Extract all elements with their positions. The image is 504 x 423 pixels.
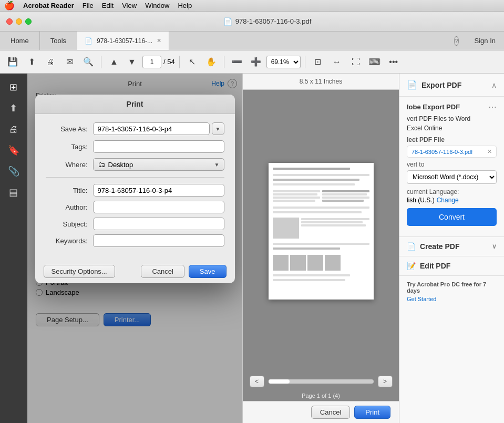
subject-row: Subject: xyxy=(46,218,224,230)
sidebar-upload-icon[interactable]: ⬆ xyxy=(4,99,23,118)
format-select[interactable]: Microsoft Word (*.docx) xyxy=(407,170,497,184)
fit-page-button[interactable]: ⊡ xyxy=(310,54,326,70)
separator-3 xyxy=(224,56,224,68)
tab-close-icon[interactable]: ✕ xyxy=(157,37,161,44)
prev-preview-button[interactable]: < xyxy=(250,376,264,387)
edit-pdf-label: Edit PDF xyxy=(420,262,450,270)
full-screen-button[interactable]: ⛶ xyxy=(347,54,364,70)
tags-row: Tags: xyxy=(46,140,224,153)
promo-title: Try Acrobat Pro DC free for 7 days xyxy=(407,281,497,294)
sidebar-layers-icon[interactable]: ▤ xyxy=(4,183,23,202)
zoom-in-button[interactable]: ➕ xyxy=(248,54,264,70)
preview-progress-bar xyxy=(269,379,374,384)
save-as-dropdown[interactable]: ▼ xyxy=(212,122,224,135)
menu-help[interactable]: Help xyxy=(178,2,192,9)
sidebar-bookmark-icon[interactable]: 🔖 xyxy=(4,141,23,160)
sidebar-home-icon[interactable]: ⊞ xyxy=(4,78,23,97)
prev-page-button[interactable]: ▲ xyxy=(106,54,122,70)
page-number-input[interactable] xyxy=(142,56,161,68)
close-button[interactable] xyxy=(6,18,13,25)
convert-to-label: vert to xyxy=(407,161,497,168)
search-button[interactable]: 🔍 xyxy=(80,54,97,70)
titlebar: 📄 978-1-63057-116-0-3.pdf xyxy=(0,12,504,32)
separator-2 xyxy=(179,56,180,68)
print-confirm-button[interactable]: Print xyxy=(354,406,390,419)
sidebar-attach-icon[interactable]: 📎 xyxy=(4,162,23,181)
save-button-dialog[interactable]: Save xyxy=(189,265,227,278)
preview-content xyxy=(243,90,399,373)
excel-label: Excel Online xyxy=(407,125,442,132)
change-link[interactable]: Change xyxy=(437,197,459,204)
language-value: lish (U.S.) xyxy=(407,197,435,204)
upload-button[interactable]: ⬆ xyxy=(23,54,40,70)
cursor-tool[interactable]: ↖ xyxy=(184,54,201,70)
keyboard-button[interactable]: ⌨ xyxy=(366,54,383,70)
adobe-export-options-icon[interactable]: ⋯ xyxy=(488,102,497,112)
where-row: Where: 🗂 Desktop ▼ xyxy=(46,158,224,171)
window-title: 978-1-63057-116-0-3.pdf xyxy=(235,17,312,25)
security-options-button[interactable]: Security Options... xyxy=(44,265,115,278)
convert-button[interactable]: Convert xyxy=(407,208,497,226)
create-pdf-header[interactable]: 📄 Create PDF ∨ xyxy=(407,242,497,251)
tab-file-icon: 📄 xyxy=(85,37,92,45)
collapse-icon[interactable]: ∧ xyxy=(491,81,497,89)
title-label: Title: xyxy=(46,187,88,194)
edit-pdf-section: 📝 Edit PDF xyxy=(399,256,504,276)
get-started-link[interactable]: Get Started xyxy=(407,296,436,302)
export-pdf-icon: 📄 xyxy=(407,80,417,90)
print-cancel-button[interactable]: Cancel xyxy=(311,406,350,419)
title-input[interactable] xyxy=(93,184,224,197)
next-page-button[interactable]: ▼ xyxy=(124,54,140,70)
subject-input[interactable] xyxy=(93,218,224,230)
where-select[interactable]: 🗂 Desktop ▼ xyxy=(93,158,224,171)
zoom-controls: 69.1% 50% 75% 100% 125% xyxy=(266,56,301,68)
export-pdf-title: 📄 Export PDF xyxy=(407,80,461,90)
title-row: Title: xyxy=(46,184,224,197)
save-as-wrap: ▼ xyxy=(93,122,224,135)
tab-tools[interactable]: Tools xyxy=(40,32,77,50)
maximize-button[interactable] xyxy=(25,18,32,25)
cancel-button[interactable]: Cancel xyxy=(141,265,184,278)
create-pdf-label: Create PDF xyxy=(420,242,459,251)
preview-header: 8.5 x 11 Inches xyxy=(243,74,399,90)
zoom-select[interactable]: 69.1% 50% 75% 100% 125% xyxy=(266,56,301,68)
menu-edit[interactable]: Edit xyxy=(102,2,114,9)
adobe-export-section: lobe Export PDF ⋯ vert PDF Files to Word… xyxy=(399,97,504,237)
signin-button[interactable]: Sign In xyxy=(466,32,504,50)
export-file-remove-icon[interactable]: ✕ xyxy=(487,148,492,155)
more-button[interactable]: ••• xyxy=(385,54,402,70)
separator-4 xyxy=(305,56,305,68)
zoom-out-button[interactable]: ➖ xyxy=(229,54,245,70)
preview-controls: < > xyxy=(243,373,399,390)
page-total: / 54 xyxy=(163,58,175,66)
print-panel: Help ? Print Printer: Copies: Pages to A… xyxy=(27,74,243,423)
tab-help-button[interactable]: ? xyxy=(447,32,466,50)
author-input[interactable] xyxy=(93,201,224,213)
sidebar-print-icon[interactable]: 🖨 xyxy=(4,120,23,139)
email-button[interactable]: ✉ xyxy=(61,54,78,70)
left-sidebar: ⊞ ⬆ 🖨 🔖 📎 ▤ xyxy=(0,74,27,423)
print-button[interactable]: 🖨 xyxy=(42,54,59,70)
save-button[interactable]: 💾 xyxy=(4,54,21,70)
toolbar: 💾 ⬆ 🖨 ✉ 🔍 ▲ ▼ / 54 ↖ ✋ ➖ ➕ 69.1% 50% 75%… xyxy=(0,50,504,74)
hand-tool[interactable]: ✋ xyxy=(203,54,220,70)
tags-label: Tags: xyxy=(46,143,88,151)
tab-file-label: 978-1-63057-116-... xyxy=(97,37,152,45)
edit-pdf-header[interactable]: 📝 Edit PDF xyxy=(407,262,497,270)
nav-controls: ▲ ▼ xyxy=(106,54,140,70)
save-as-input[interactable] xyxy=(93,122,210,135)
minimize-button[interactable] xyxy=(16,18,22,25)
next-preview-button[interactable]: > xyxy=(378,376,393,387)
menu-file[interactable]: File xyxy=(83,2,94,9)
menu-app[interactable]: Acrobat Reader xyxy=(23,2,74,9)
tags-input[interactable] xyxy=(93,140,224,153)
fit-width-button[interactable]: ↔ xyxy=(328,54,345,70)
main-area: ⊞ ⬆ 🖨 🔖 📎 ▤ Help ? Print Printer: Copies… xyxy=(0,74,504,423)
keywords-input[interactable] xyxy=(93,234,224,247)
tab-file[interactable]: 📄 978-1-63057-116-... ✕ xyxy=(77,32,169,50)
apple-menu[interactable]: 🍎 xyxy=(4,1,15,11)
menu-window[interactable]: Window xyxy=(145,2,169,9)
tab-home[interactable]: Acrobat ReaderHome xyxy=(0,32,40,50)
menu-view[interactable]: View xyxy=(122,2,137,9)
menubar: 🍎 Acrobat Reader File Edit View Window H… xyxy=(0,0,504,12)
